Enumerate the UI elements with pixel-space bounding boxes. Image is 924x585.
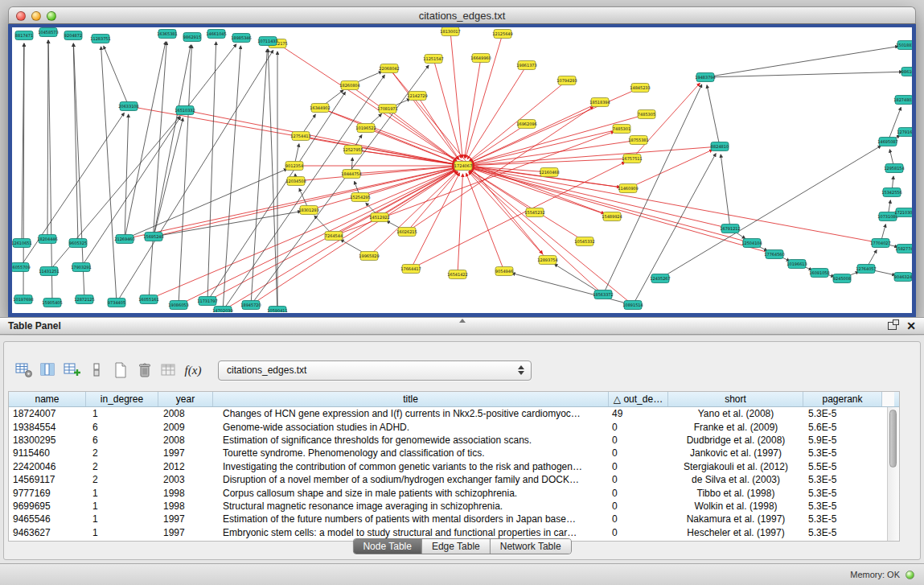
graph-edge[interactable] <box>185 44 236 110</box>
graph-node[interactable]: 15342556 <box>881 188 901 197</box>
delete-table-icon[interactable] <box>133 359 157 381</box>
graph-node[interactable]: 18260804 <box>339 81 359 90</box>
graph-node[interactable]: 10891514 <box>622 301 643 310</box>
graph-edge[interactable] <box>125 114 129 239</box>
graph-node[interactable]: 10545332 <box>574 237 594 246</box>
table-row[interactable]: 2242004622012Investigating the contribut… <box>9 460 899 473</box>
float-panel-icon[interactable] <box>888 322 897 330</box>
graph-node[interactable]: 9861038 <box>901 68 912 76</box>
table-vertical-scrollbar[interactable] <box>887 407 899 541</box>
graph-edge[interactable] <box>707 85 720 146</box>
graph-node[interactable]: 18563372 <box>593 290 613 299</box>
panel-resize-handle[interactable] <box>459 319 466 323</box>
graph-node[interactable]: 12791609 <box>897 128 912 137</box>
table-source-select[interactable]: citations_edges.txt <box>218 360 532 381</box>
graph-node[interactable]: 9046324 <box>894 273 912 282</box>
graph-edge[interactable] <box>207 42 216 301</box>
graph-node[interactable]: 10590411 <box>267 307 287 313</box>
graph-node[interactable]: 18985346 <box>231 34 251 43</box>
graph-edge[interactable] <box>73 43 84 299</box>
graph-edge[interactable] <box>466 34 503 158</box>
graph-node[interactable]: 9734405 <box>108 299 125 307</box>
graph-node[interactable]: 7264544 <box>325 232 343 241</box>
graph-edge[interactable] <box>467 65 527 159</box>
graph-node[interactable]: 10197698 <box>13 295 33 304</box>
graph-node[interactable]: 11731797 <box>197 297 217 306</box>
column-header-year[interactable]: year <box>158 392 213 406</box>
graph-node[interactable]: 15489924 <box>602 212 622 221</box>
graph-node[interactable]: 18204446 <box>37 235 57 244</box>
graph-edge[interactable] <box>407 107 593 232</box>
network-canvas[interactable]: 1724067901235412754413163449021826080422… <box>8 24 916 317</box>
graph-node[interactable]: 11251547 <box>423 55 443 64</box>
close-panel-icon[interactable]: ✕ <box>906 320 916 332</box>
graph-edge[interactable] <box>47 40 48 239</box>
graph-node[interactable]: 9245008 <box>833 274 851 283</box>
graph-node[interactable]: 12504104 <box>741 239 762 248</box>
graph-edge[interactable] <box>117 50 273 303</box>
graph-node[interactable]: 12754413 <box>290 132 310 141</box>
graph-node[interactable]: 17081971 <box>377 105 397 113</box>
zoom-window-button[interactable] <box>47 11 56 21</box>
graph-edge[interactable] <box>179 45 191 305</box>
graph-node[interactable]: 12034508 <box>285 177 306 186</box>
import-table-icon[interactable] <box>157 359 181 381</box>
table-row[interactable]: 911546021997Tourette syndrome. Phenomeno… <box>9 447 899 459</box>
table-row[interactable]: 1830029562008Estimation of significance … <box>9 434 899 447</box>
graph-edge[interactable] <box>433 59 461 158</box>
network-window-titlebar[interactable]: citations_edges.txt <box>8 6 916 24</box>
graph-node[interactable]: 15254295 <box>350 193 370 202</box>
graph-node[interactable]: 17664417 <box>400 265 421 274</box>
graph-edge[interactable] <box>632 83 700 159</box>
graph-node[interactable]: 8824810 <box>711 142 729 151</box>
table-row[interactable]: 969969511998Structural magnetic resonanc… <box>9 500 899 513</box>
graph-node[interactable]: 14695087 <box>877 138 897 146</box>
graph-edge[interactable] <box>389 68 458 159</box>
graph-edge[interactable] <box>296 167 455 181</box>
graph-node[interactable]: 11283751 <box>90 35 110 43</box>
function-builder-icon[interactable]: f(x) <box>181 359 205 381</box>
graph-edge[interactable] <box>125 169 287 239</box>
graph-node[interactable]: 12893754 <box>537 256 557 265</box>
graph-edge[interactable] <box>471 146 720 165</box>
close-window-button[interactable] <box>16 11 26 21</box>
column-header-pagerank[interactable]: pagerank <box>803 392 882 406</box>
graph-node[interactable]: 16055709 <box>12 263 31 272</box>
graph-node[interactable]: 12160468 <box>539 168 559 177</box>
graph-node[interactable]: 12527955 <box>343 146 363 154</box>
graph-node[interactable]: 18945720 <box>240 301 261 310</box>
graph-edge[interactable] <box>73 43 78 243</box>
network-graph-svg[interactable]: 1724067901235412754413163449021826080422… <box>12 27 912 312</box>
column-header-title[interactable]: title <box>213 392 609 406</box>
graph-edge[interactable] <box>465 58 481 158</box>
graph-node[interactable]: 9605325 <box>69 239 87 248</box>
add-column-icon[interactable] <box>60 359 84 381</box>
graph-node[interactable]: 10731086 <box>877 212 897 221</box>
graph-node[interactable]: 14702039 <box>212 307 232 313</box>
row-icon[interactable] <box>84 359 109 381</box>
show-columns-icon[interactable] <box>36 359 60 381</box>
scrollbar-thumb[interactable] <box>889 410 897 468</box>
column-header-out_de[interactable]: △ out_de… <box>609 392 668 406</box>
graph-node[interactable]: 18755381 <box>628 136 648 145</box>
graph-edge[interactable] <box>471 159 632 166</box>
graph-node[interactable]: 16091058 <box>809 269 829 278</box>
graph-node[interactable]: 12764057 <box>856 265 876 274</box>
graph-node[interactable]: 9204872 <box>64 31 82 40</box>
graph-node[interactable]: 21269460 <box>114 235 134 244</box>
graph-node[interactable]: 22068042 <box>379 64 399 73</box>
graph-edge[interactable] <box>471 167 881 243</box>
graph-node[interactable]: 18518394 <box>589 98 610 107</box>
graph-node[interactable]: 15018815 <box>896 41 912 50</box>
table-row[interactable]: 946362711997Embryonic stem cells: a mode… <box>9 526 899 539</box>
graph-edge[interactable] <box>633 154 716 305</box>
graph-node[interactable]: 12872125 <box>74 295 94 304</box>
column-header-name[interactable]: name <box>9 392 86 406</box>
graph-node[interactable]: 16649960 <box>470 54 491 63</box>
graph-node[interactable]: 10794293 <box>556 76 577 85</box>
graph-edge[interactable] <box>101 47 117 303</box>
graph-node[interactable]: 12142729 <box>407 92 427 101</box>
graph-edge[interactable] <box>411 173 459 269</box>
graph-edge[interactable] <box>154 212 301 237</box>
graph-node[interactable]: 14845233 <box>630 84 650 93</box>
